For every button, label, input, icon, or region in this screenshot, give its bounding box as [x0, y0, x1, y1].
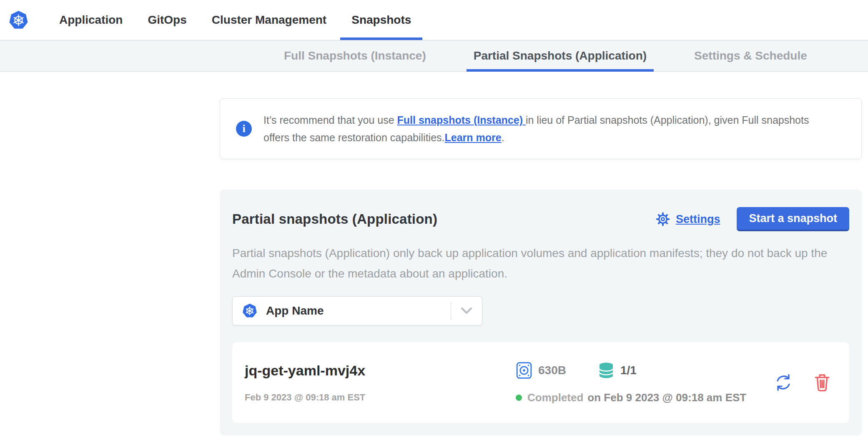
- panel-description: Partial snapshots (Application) only bac…: [232, 243, 849, 284]
- snapshot-status-label: Completed: [527, 391, 583, 404]
- snapshot-summary: jq-get-yaml-mvj4x Feb 9 2023 @ 09:18 am …: [245, 362, 516, 403]
- disk-icon: [516, 361, 532, 380]
- tab-partial-snapshots-application[interactable]: Partial Snapshots (Application): [467, 40, 654, 71]
- nav-item-cluster-management[interactable]: Cluster Management: [212, 0, 326, 40]
- banner-text: It’s recommend that you use Full snapsho…: [263, 111, 836, 146]
- snapshot-finished-timestamp: on Feb 9 2023 @ 09:18 am EST: [587, 391, 746, 404]
- start-snapshot-button[interactable]: Start a snapshot: [737, 207, 849, 231]
- nav-item-application[interactable]: Application: [59, 0, 123, 40]
- snapshot-settings-link[interactable]: Settings: [655, 212, 720, 227]
- top-navbar: Application GitOps Cluster Management Sn…: [0, 0, 868, 40]
- full-snapshots-instance-link[interactable]: Full snapshots (Instance): [397, 114, 526, 126]
- snapshot-actions: [773, 372, 831, 392]
- snapshot-details: 630B 1/1 Completed o: [516, 361, 773, 404]
- nav-item-snapshots[interactable]: Snapshots: [351, 0, 411, 40]
- nav-item-gitops[interactable]: GitOps: [148, 0, 186, 40]
- kubernetes-logo-icon[interactable]: [9, 10, 28, 30]
- app-kubernetes-icon: [242, 303, 257, 318]
- info-icon: i: [236, 121, 252, 137]
- learn-more-link[interactable]: Learn more: [445, 132, 502, 143]
- recommendation-banner: i It’s recommend that you use Full snaps…: [220, 98, 862, 159]
- snapshot-volumes-value: 1/1: [620, 364, 637, 377]
- restore-icon: [773, 372, 793, 392]
- snapshot-size-value: 630B: [538, 364, 566, 377]
- panel-header: Partial snapshots (Application): [232, 207, 849, 231]
- chevron-down-icon: [461, 307, 472, 315]
- snapshot-size-stat: 630B: [516, 361, 566, 380]
- delete-snapshot-button[interactable]: [813, 373, 831, 392]
- primary-nav: Application GitOps Cluster Management Sn…: [59, 0, 411, 40]
- panel-header-actions: Settings Start a snapshot: [655, 207, 849, 231]
- banner-text-before: It’s recommend that you use: [263, 114, 397, 126]
- banner-text-after: .: [502, 132, 504, 143]
- partial-snapshots-panel: Partial snapshots (Application): [220, 190, 862, 435]
- settings-link-label: Settings: [676, 213, 720, 226]
- snapshot-started-timestamp: Feb 9 2023 @ 09:18 am EST: [245, 392, 516, 403]
- restore-snapshot-button[interactable]: [773, 372, 793, 392]
- tab-full-snapshots-instance[interactable]: Full Snapshots (Instance): [277, 40, 433, 71]
- trash-icon: [813, 373, 831, 392]
- panel-title: Partial snapshots (Application): [232, 211, 437, 227]
- database-icon: [598, 361, 615, 380]
- status-completed-dot-icon: [516, 395, 522, 401]
- snapshot-name: jq-get-yaml-mvj4x: [245, 362, 516, 379]
- app-name-dropdown[interactable]: App Name: [232, 296, 482, 325]
- snapshot-stats: 630B 1/1: [516, 361, 773, 380]
- page-content: i It’s recommend that you use Full snaps…: [220, 98, 862, 435]
- tab-settings-and-schedule[interactable]: Settings & Schedule: [687, 40, 814, 71]
- snapshot-volumes-stat: 1/1: [598, 361, 637, 380]
- snapshots-subtab-bar: Full Snapshots (Instance) Partial Snapsh…: [0, 40, 868, 72]
- snapshot-row: jq-get-yaml-mvj4x Feb 9 2023 @ 09:18 am …: [232, 342, 849, 423]
- dropdown-chevron-zone: [451, 307, 482, 315]
- app-name-dropdown-value: App Name: [266, 304, 324, 318]
- snapshot-status-line: Completed on Feb 9 2023 @ 09:18 am EST: [516, 391, 773, 404]
- gear-icon: [655, 212, 670, 227]
